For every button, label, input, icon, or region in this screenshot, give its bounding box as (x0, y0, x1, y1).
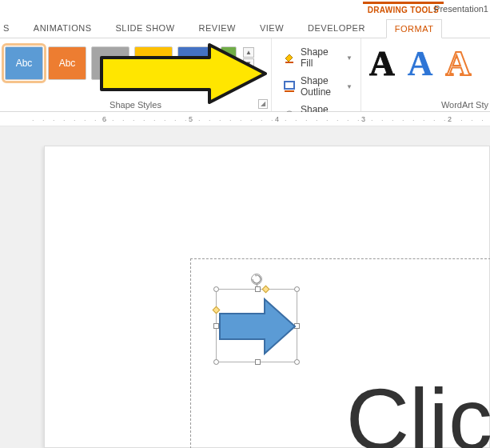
tab-developer[interactable]: DEVELOPER (305, 18, 368, 38)
title-bar: DRAWING TOOLS Presentation1 (0, 0, 490, 18)
shape-outline-button[interactable]: Shape Outline ▼ (280, 74, 356, 99)
wordart-style-2[interactable]: A (408, 46, 433, 82)
resize-handle-se[interactable] (294, 359, 300, 365)
svg-rect-1 (285, 82, 294, 89)
gallery-scroll-up[interactable]: ▲ (243, 47, 254, 58)
ruler-mark-5: 5 (189, 115, 193, 123)
tab-slideshow[interactable]: SLIDE SHOW (112, 18, 177, 38)
gallery-expand[interactable]: ▾ (243, 70, 254, 80)
style-swatch-6[interactable] (221, 46, 237, 80)
tab-view[interactable]: VIEW (257, 18, 287, 38)
group-label-wordart: WordArt Sty (361, 100, 490, 110)
dropdown-caret-icon: ▼ (346, 83, 353, 90)
pencil-outline-icon (283, 80, 296, 93)
ruler-mark-2: 2 (448, 115, 452, 123)
contextual-tab-drawing-tools: DRAWING TOOLS (363, 2, 444, 14)
group-shape-menu: Shape Fill ▼ Shape Outline ▼ Shape Effec… (272, 38, 361, 111)
tab-review[interactable]: REVIEW (196, 18, 239, 38)
wordart-style-1[interactable]: A (369, 46, 395, 82)
wordart-gallery: A A A (369, 43, 484, 82)
wordart-style-3[interactable]: A (446, 46, 472, 82)
style-swatch-5[interactable]: Abc (177, 46, 216, 80)
document-title: Presentation1 (434, 4, 490, 14)
dropdown-caret-icon: ▼ (346, 54, 353, 62)
resize-handle-s[interactable] (255, 359, 261, 365)
style-swatch-1[interactable]: Abc (5, 46, 43, 80)
tab-animations[interactable]: ANIMATIONS (30, 18, 95, 38)
shape-outline-label: Shape Outline (301, 75, 340, 98)
ruler-mark-4: 4 (275, 115, 279, 123)
ribbon-body: Abc Abc Abc Abc Abc ▲ ▼ ▾ Shape Styles ◢… (0, 38, 490, 112)
horizontal-ruler: · · · · · · · · 6 · · · · · · · · 5 · · … (0, 112, 490, 126)
arrow-shape[interactable] (218, 296, 297, 358)
ruler-mark-3: 3 (361, 115, 365, 123)
slide-canvas-area: Clic (0, 126, 490, 448)
slide[interactable]: Clic (44, 146, 490, 448)
resize-handle-ne[interactable] (294, 286, 300, 292)
tab-transitions-partial[interactable]: S (0, 18, 13, 38)
group-label-shape-styles: Shape Styles (0, 100, 271, 110)
gallery-scroll-down[interactable]: ▼ (243, 58, 254, 69)
style-swatch-4[interactable]: Abc (134, 46, 173, 80)
shape-fill-label: Shape Fill (301, 46, 340, 69)
svg-rect-2 (285, 90, 294, 92)
group-wordart-styles: A A A WordArt Sty (361, 38, 490, 111)
tab-format[interactable]: FORMAT (386, 19, 443, 38)
title-text-fragment[interactable]: Clic (346, 368, 490, 448)
resize-handle-n[interactable] (255, 286, 261, 292)
paint-bucket-icon (283, 51, 296, 64)
shape-fill-button[interactable]: Shape Fill ▼ (280, 45, 356, 70)
svg-rect-0 (285, 62, 293, 63)
ribbon-tab-strip: S ANIMATIONS SLIDE SHOW REVIEW VIEW DEVE… (0, 18, 490, 38)
group-shape-styles: Abc Abc Abc Abc Abc ▲ ▼ ▾ Shape Styles ◢ (0, 38, 272, 111)
style-swatch-2[interactable]: Abc (48, 46, 86, 80)
resize-handle-sw[interactable] (213, 359, 219, 365)
ruler-mark-6: 6 (102, 115, 106, 123)
shape-selection-box[interactable] (216, 289, 297, 362)
style-gallery-scroll: ▲ ▼ ▾ (243, 47, 254, 80)
shape-styles-dialog-launcher[interactable]: ◢ (258, 99, 268, 109)
style-swatch-3[interactable]: Abc (91, 46, 129, 80)
resize-handle-nw[interactable] (213, 286, 219, 292)
shape-style-gallery: Abc Abc Abc Abc Abc ▲ ▼ ▾ (5, 42, 266, 80)
